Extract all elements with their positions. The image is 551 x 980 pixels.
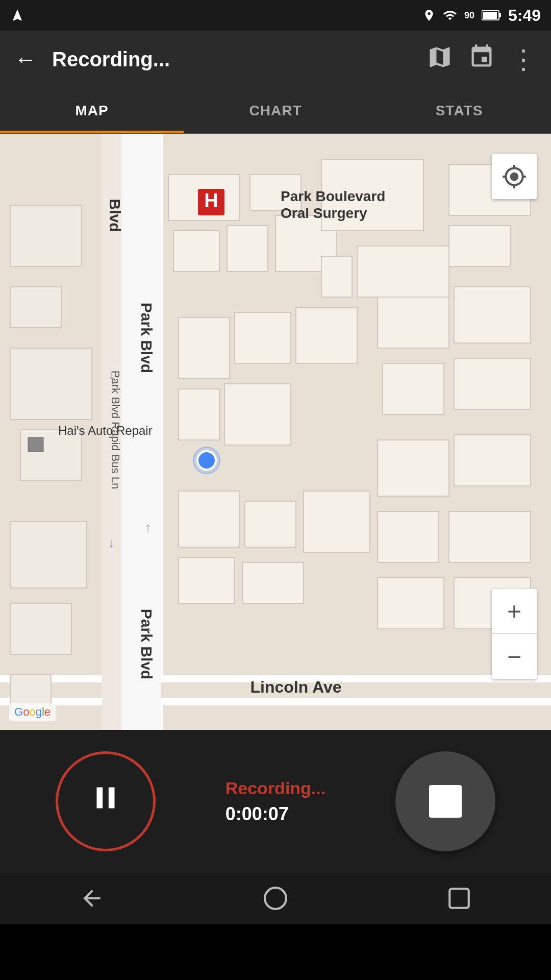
svg-rect-42: [378, 578, 444, 629]
svg-rect-16: [173, 231, 219, 272]
svg-text:Hai's Auto Repair: Hai's Auto Repair: [58, 424, 153, 437]
pause-icon: [88, 780, 123, 823]
svg-rect-9: [10, 205, 82, 266]
svg-text:Oral Surgery: Oral Surgery: [281, 205, 367, 221]
nav-back-button[interactable]: [71, 878, 112, 919]
svg-point-64: [265, 888, 286, 909]
map-svg: ↓ ↓ ↑ Park Blvd Park Blvd Rapid Bus Ln P…: [0, 134, 551, 730]
nav-home-icon: [263, 886, 288, 911]
wifi-icon: [443, 8, 457, 22]
svg-text:↑: ↑: [145, 520, 152, 535]
svg-rect-11: [10, 348, 92, 420]
svg-rect-36: [383, 363, 444, 414]
svg-rect-44: [10, 522, 87, 588]
recording-timer: 0:00:07: [226, 803, 289, 825]
pin-button[interactable]: [468, 43, 495, 75]
svg-rect-10: [10, 287, 61, 328]
nav-home-button[interactable]: [255, 878, 296, 919]
nav-back-icon: [79, 886, 105, 911]
svg-rect-65: [449, 889, 469, 908]
tab-stats[interactable]: STATS: [367, 88, 551, 133]
back-button[interactable]: ←: [14, 46, 37, 72]
svg-rect-28: [224, 384, 291, 445]
svg-rect-29: [179, 491, 240, 547]
svg-rect-25: [235, 312, 291, 363]
svg-rect-33: [242, 562, 304, 603]
svg-rect-1: [499, 13, 501, 17]
tab-bar: MAP CHART STATS: [0, 88, 551, 134]
svg-rect-26: [296, 307, 357, 363]
recording-bar: Recording... 0:00:07: [0, 730, 551, 873]
svg-rect-39: [454, 435, 531, 486]
svg-rect-31: [304, 491, 370, 552]
svg-rect-30: [245, 501, 296, 547]
location-status-icon: [422, 9, 436, 22]
svg-rect-24: [179, 317, 230, 379]
battery-label: 90: [464, 10, 474, 21]
svg-rect-38: [378, 440, 449, 496]
svg-rect-27: [179, 389, 219, 440]
svg-text:↓: ↓: [108, 535, 115, 550]
svg-text:Park Blvd: Park Blvd: [138, 303, 155, 373]
svg-rect-20: [357, 246, 449, 297]
location-center-button[interactable]: [492, 154, 537, 199]
google-logo: Google: [9, 703, 56, 721]
stop-icon: [429, 785, 462, 818]
svg-text:H: H: [204, 190, 218, 211]
svg-rect-23: [449, 226, 510, 266]
svg-rect-17: [227, 226, 268, 272]
toolbar: ← Recording... ⋮: [0, 31, 551, 88]
status-bar-right: 90 5:49: [422, 6, 541, 25]
svg-text:Blvd: Blvd: [107, 199, 123, 232]
svg-text:Lincoln Ave: Lincoln Ave: [251, 678, 342, 696]
svg-rect-34: [378, 297, 449, 348]
status-time: 5:49: [508, 6, 541, 25]
pause-button[interactable]: [56, 751, 156, 851]
svg-rect-2: [483, 12, 497, 19]
toolbar-title: Recording...: [52, 48, 416, 71]
more-options-button[interactable]: ⋮: [510, 44, 537, 75]
tab-map[interactable]: MAP: [0, 88, 184, 133]
svg-rect-35: [454, 287, 531, 343]
status-bar: 90 5:49: [0, 0, 551, 31]
svg-point-63: [197, 451, 216, 470]
map-view-button[interactable]: [427, 44, 453, 75]
zoom-in-button[interactable]: +: [492, 589, 537, 634]
tab-chart[interactable]: CHART: [184, 88, 367, 133]
svg-text:Park Boulevard: Park Boulevard: [281, 188, 385, 204]
status-bar-left: [10, 8, 24, 22]
svg-rect-45: [10, 603, 71, 654]
nav-recents-button[interactable]: [439, 878, 480, 919]
svg-rect-40: [378, 511, 439, 562]
nav-recents-icon: [446, 886, 472, 911]
svg-rect-21: [321, 256, 352, 297]
map-view[interactable]: ↓ ↓ ↑ Park Blvd Park Blvd Rapid Bus Ln P…: [0, 134, 551, 730]
svg-rect-13: [28, 437, 43, 452]
nav-bar: [0, 873, 551, 924]
svg-rect-37: [454, 358, 531, 409]
battery-icon: [482, 10, 501, 21]
zoom-controls: + −: [492, 589, 537, 679]
svg-text:Park Blvd: Park Blvd: [138, 609, 155, 679]
stop-button[interactable]: [395, 751, 495, 851]
zoom-out-button[interactable]: −: [492, 634, 537, 679]
recording-label: Recording...: [226, 778, 325, 798]
navigation-icon: [10, 8, 24, 22]
recording-info: Recording... 0:00:07: [226, 778, 325, 825]
svg-rect-32: [179, 557, 235, 603]
svg-rect-41: [449, 511, 531, 562]
